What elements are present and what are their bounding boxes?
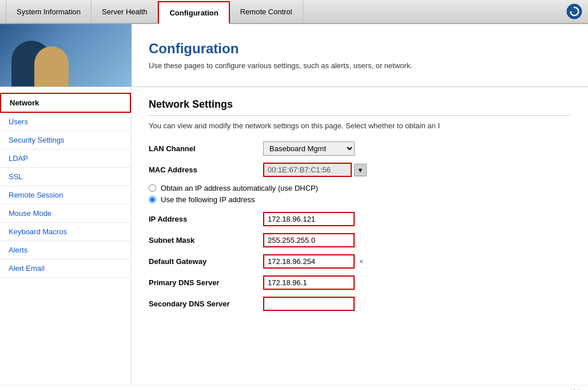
gateway-wrapper: × [263, 254, 571, 269]
sidebar-item-ldap[interactable]: LDAP [0, 149, 131, 168]
page-title: Configuration [149, 41, 571, 57]
default-gateway-control: × [263, 254, 571, 269]
ip-address-input[interactable] [263, 212, 355, 226]
clear-gateway-button[interactable]: × [357, 257, 365, 267]
top-nav: System Information Server Health Configu… [0, 0, 588, 24]
ip-radio-group: Obtain an IP address automatically (use … [149, 184, 571, 204]
content-area: Network Settings You can view and modify… [132, 87, 588, 385]
dhcp-label: Obtain an IP address automatically (use … [161, 184, 318, 192]
lan-channel-control: Baseboard Mgmt [263, 141, 571, 156]
primary-dns-label: Primary DNS Server [149, 278, 263, 287]
sidebar-item-alerts[interactable]: Alerts [0, 241, 131, 259]
sidebar: Network Users Security Settings LDAP SSL… [0, 87, 132, 385]
lan-channel-select[interactable]: Baseboard Mgmt [263, 141, 355, 156]
default-gateway-label: Default Gateway [149, 257, 263, 266]
header-text-area: Configuration Use these pages to configu… [132, 24, 588, 86]
mac-address-input[interactable] [263, 163, 352, 177]
sidebar-item-remote-session[interactable]: Remote Session [0, 186, 131, 204]
sidebar-item-mouse-mode[interactable]: Mouse Mode [0, 204, 131, 223]
ip-address-control [263, 212, 571, 226]
dhcp-radio-row: Obtain an IP address automatically (use … [149, 184, 571, 192]
default-gateway-row: Default Gateway × [149, 254, 571, 269]
sidebar-item-ssl[interactable]: SSL [0, 168, 131, 186]
static-label: Use the following IP address [161, 195, 255, 204]
watermark: @51CTO博客 [0, 385, 588, 390]
sidebar-item-alert-email[interactable]: Alert Email [0, 259, 131, 278]
sidebar-item-security-settings[interactable]: Security Settings [0, 131, 131, 149]
mac-address-label: MAC Address [149, 166, 263, 174]
dhcp-radio[interactable] [149, 184, 156, 192]
secondary-dns-row: Secondary DNS Server [149, 297, 571, 311]
lan-channel-row: LAN Channel Baseboard Mgmt [149, 141, 571, 156]
secondary-dns-label: Secondary DNS Server [149, 300, 263, 308]
tab-configuration[interactable]: Configuration [158, 1, 229, 24]
tab-system-information[interactable]: System Information [6, 0, 92, 23]
sidebar-item-network[interactable]: Network [0, 93, 131, 113]
primary-dns-control [263, 275, 571, 290]
ip-address-row: IP Address [149, 212, 571, 226]
ip-address-label: IP Address [149, 215, 263, 223]
page-description: Use these pages to configure various set… [149, 61, 571, 70]
mac-address-row: MAC Address ▼ [149, 163, 571, 177]
tab-remote-control[interactable]: Remote Control [230, 0, 303, 23]
mac-wrapper: ▼ [263, 163, 571, 177]
default-gateway-input[interactable] [263, 254, 355, 269]
static-radio-row: Use the following IP address [149, 195, 571, 204]
mac-expand-button[interactable]: ▼ [354, 164, 367, 176]
subnet-mask-control [263, 233, 571, 247]
nav-refresh-icon[interactable] [566, 0, 588, 23]
sidebar-item-keyboard-macros[interactable]: Keyboard Macros [0, 223, 131, 241]
subnet-mask-label: Subnet Mask [149, 236, 263, 245]
static-radio[interactable] [149, 196, 156, 203]
primary-dns-input[interactable] [263, 275, 355, 290]
content-title: Network Settings [149, 99, 571, 116]
svg-point-0 [567, 4, 582, 19]
subnet-mask-input[interactable] [263, 233, 355, 247]
lan-channel-label: LAN Channel [149, 144, 263, 153]
subnet-mask-row: Subnet Mask [149, 233, 571, 247]
secondary-dns-control [263, 297, 571, 311]
header-banner: Configuration Use these pages to configu… [0, 24, 588, 87]
primary-dns-row: Primary DNS Server [149, 275, 571, 290]
secondary-dns-input[interactable] [263, 297, 355, 311]
mac-address-control: ▼ [263, 163, 571, 177]
content-description: You can view and modify the network sett… [149, 121, 571, 130]
tab-server-health[interactable]: Server Health [92, 0, 158, 23]
main-container: Network Users Security Settings LDAP SSL… [0, 87, 588, 385]
header-image [0, 24, 132, 86]
sidebar-item-users[interactable]: Users [0, 113, 131, 131]
